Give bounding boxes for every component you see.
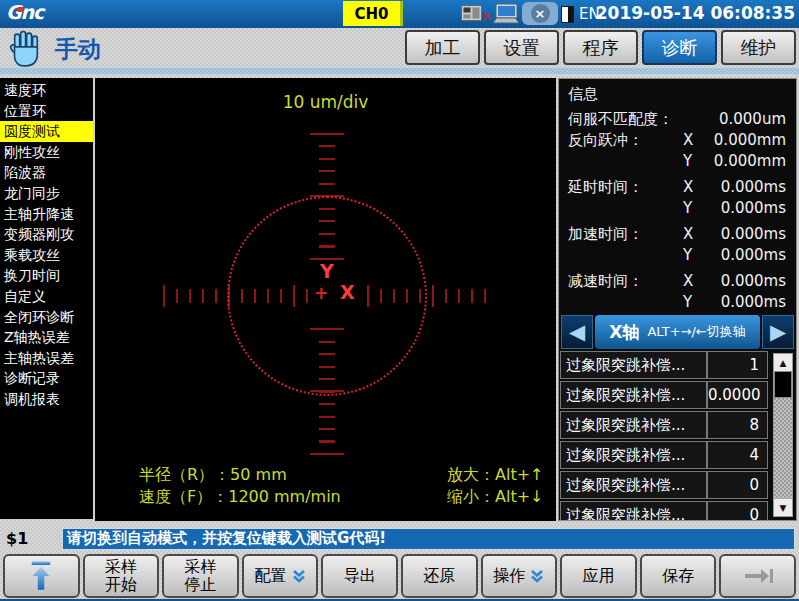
info-row-value: 0.000ms [721, 178, 786, 196]
info-rows: 伺服不匹配度：0.000um反向跃冲：X0.000mmY0.000mm延时时间：… [559, 110, 796, 314]
info-panel: 信息 伺服不匹配度：0.000um反向跃冲：X0.000mmY0.000mm延时… [558, 78, 797, 521]
plot-feed-label: 速度（F）：1200 mm/min [139, 486, 341, 508]
toolbar-button-export[interactable]: 导出 [321, 554, 398, 598]
info-row-axis: X [683, 131, 693, 149]
toolbar-button-label: 采样 开始 [105, 558, 137, 594]
table-row[interactable]: 过象限突跳补偿...8 [560, 411, 768, 439]
cnc-screen: Gnc CH0 × × EN 2019-05-14 06:08:35 [0, 0, 799, 601]
previous-axis-button[interactable]: ◀ [561, 315, 593, 349]
table-cell-label: 过象限突跳补偿... [561, 472, 708, 498]
plot-radius-label: 半径（R）：50 mm [139, 464, 341, 486]
sidebar-item[interactable]: 圆度测试 [0, 121, 93, 142]
toolbar-button-label: 保存 [662, 567, 694, 585]
table-cell-value: 0 [708, 506, 767, 520]
table-cell-label: 过象限突跳补偿... [561, 412, 708, 438]
left-arrow-icon: ◀ [569, 320, 585, 344]
toolbar-button-config[interactable]: 配置 [242, 554, 319, 598]
info-row: 反向跃冲：X0.000mm [559, 131, 796, 152]
plot-center-marker: + [314, 283, 328, 303]
table-cell-label: 过象限突跳补偿... [561, 442, 708, 468]
bottom-toolbar: 采样 开始采样 停止配置导出还原操作应用保存 [0, 551, 799, 601]
sidebar-item[interactable]: 全闭环诊断 [0, 307, 93, 328]
toolbar-button-sample-start[interactable]: 采样 开始 [83, 554, 160, 598]
plot-zoom-hints: 放大：Alt+↑ 缩小：Alt+↓ [447, 464, 543, 508]
info-row-value: 0.000ms [721, 246, 786, 264]
sidebar-item[interactable]: 自定义 [0, 286, 93, 307]
info-row-axis: X [683, 178, 693, 196]
parameter-table: 过象限突跳补偿...1过象限突跳补偿...0.0000过象限突跳补偿...8过象… [560, 351, 795, 520]
toolbar-button-label: 操作 [493, 567, 525, 585]
table-row[interactable]: 过象限突跳补偿...0.0000 [560, 381, 768, 409]
table-cell-value: 4 [708, 446, 767, 464]
scrollbar-thumb[interactable] [774, 371, 792, 398]
tab-program[interactable]: 程序 [563, 30, 638, 65]
toolbar-button-operate[interactable]: 操作 [481, 554, 558, 598]
table-row[interactable]: 过象限突跳补偿...4 [560, 441, 768, 469]
status-message-bar: 请切换到自动模式，并按复位键载入测试G代码! [62, 528, 795, 550]
tab-machining[interactable]: 加工 [405, 30, 480, 65]
toolbar-button-label: 配置 [255, 567, 287, 585]
sidebar-item[interactable]: 位置环 [0, 101, 93, 122]
table-scrollbar[interactable]: ▲ ▼ [773, 353, 793, 517]
sidebar-item[interactable]: Z轴热误差 [0, 327, 93, 348]
sidebar-item[interactable]: 换刀时间 [0, 265, 93, 286]
table-row[interactable]: 过象限突跳补偿...0 [560, 471, 768, 499]
info-row: Y0.000ms [559, 293, 796, 314]
sidebar-item[interactable]: 诊断记录 [0, 368, 93, 389]
table-row[interactable]: 过象限突跳补偿...1 [560, 351, 768, 379]
toolbar-button-sample-stop[interactable]: 采样 停止 [162, 554, 239, 598]
tab-diagnosis[interactable]: 诊断 [642, 30, 717, 65]
plot-x-axis-label: X [340, 281, 355, 303]
table-row[interactable]: 过象限突跳补偿...0 [560, 501, 768, 520]
jump-top-icon [29, 560, 53, 592]
sidebar-item[interactable]: 乘载攻丝 [0, 245, 93, 266]
sidebar-item[interactable]: 主轴升降速 [0, 204, 93, 225]
table-cell-label: 过象限突跳补偿... [561, 502, 708, 520]
info-row-label: 延时时间： [568, 178, 643, 197]
tab-maintenance[interactable]: 维护 [721, 30, 796, 65]
tab-settings[interactable]: 设置 [484, 30, 559, 65]
info-row: 减速时间：X0.000ms [559, 272, 796, 293]
next-axis-button[interactable]: ▶ [762, 315, 794, 349]
info-row-label: 加速时间： [568, 225, 643, 244]
sidebar-item[interactable]: 刚性攻丝 [0, 142, 93, 163]
info-row-axis: X [683, 272, 693, 290]
sidebar-item[interactable]: 陷波器 [0, 162, 93, 183]
sidebar-item[interactable]: 龙门同步 [0, 183, 93, 204]
scroll-up-button[interactable]: ▲ [774, 354, 792, 371]
sidebar-item[interactable]: 调机报表 [0, 389, 93, 410]
title-bar: Gnc CH0 × × EN 2019-05-14 06:08:35 [0, 0, 799, 28]
toolbar-button-save[interactable]: 保存 [640, 554, 717, 598]
toolbar-button-restore[interactable]: 还原 [401, 554, 478, 598]
down-triangle-icon: ▼ [780, 503, 787, 513]
machine-status-icon [461, 4, 482, 24]
channel-badge: CH0 [343, 1, 403, 26]
sidebar-item[interactable]: 主轴热误差 [0, 348, 93, 369]
close-icon: × [531, 4, 550, 23]
table-cell-value: 0 [708, 476, 767, 494]
table-cell-label: 过象限突跳补偿... [561, 352, 708, 378]
info-row: 伺服不匹配度：0.000um [559, 110, 796, 131]
brand-logo-text: Gnc [6, 1, 43, 23]
alarm-clear-button[interactable]: × [522, 2, 558, 25]
axis-switch-bar[interactable]: X轴 ALT+→/←切换轴 [595, 315, 760, 349]
info-row-value: 0.000ms [721, 199, 786, 217]
info-row: Y0.000ms [559, 246, 796, 267]
toolbar-button-next-page[interactable] [719, 554, 796, 598]
machine-error-icon: × [481, 9, 492, 22]
sidebar-item[interactable]: 速度环 [0, 80, 93, 101]
toolbar-button-jump-top[interactable] [3, 554, 80, 598]
plot-scale-label: 10 um/div [95, 92, 556, 112]
toolbar-button-apply[interactable]: 应用 [560, 554, 637, 598]
info-row: 延时时间：X0.000ms [559, 178, 796, 199]
info-row-value: 0.000ms [721, 225, 786, 243]
sidebar-item[interactable]: 变频器刚攻 [0, 224, 93, 245]
manual-mode-hand-icon [8, 30, 43, 68]
info-row-axis: X [683, 225, 693, 243]
datetime-display: 2019-05-14 06:08:35 [596, 3, 795, 23]
scroll-down-button[interactable]: ▼ [774, 499, 792, 516]
pc-status-icon [492, 3, 520, 25]
info-row-value: 0.000mm [714, 131, 786, 149]
plot-zoom-in-hint: 放大：Alt+↑ [447, 464, 543, 486]
info-row-value: 0.000ms [721, 293, 786, 311]
